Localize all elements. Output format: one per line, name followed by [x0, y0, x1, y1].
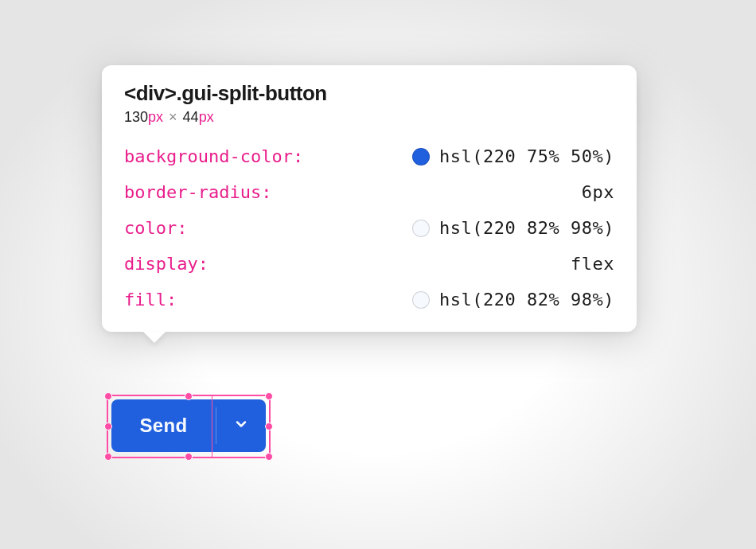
color-swatch-icon [412, 291, 430, 309]
css-property-row: border-radius: 6px [124, 179, 614, 205]
split-button-container: Send [111, 399, 266, 452]
css-property-name: border-radius [124, 179, 261, 205]
css-property-value: hsl(220 82% 98%) [439, 215, 614, 241]
css-property-row: fill: hsl(220 82% 98%) [124, 286, 614, 313]
css-property-row: background-color: hsl(220 75% 50%) [124, 143, 614, 169]
css-property-value: hsl(220 75% 50%) [439, 143, 614, 169]
css-property-value: hsl(220 82% 98%) [439, 286, 614, 313]
resize-handle-top-right[interactable] [265, 392, 273, 400]
css-property-name: fill [124, 286, 166, 313]
css-property-value: flex [571, 251, 614, 277]
resize-handle-middle-right[interactable] [265, 422, 273, 430]
selector-label: <div>.gui-split-button [124, 81, 614, 106]
send-button-label: Send [140, 415, 188, 437]
resize-handle-bottom-left[interactable] [104, 453, 112, 461]
gui-split-button: Send [111, 399, 266, 452]
color-swatch-icon [412, 148, 430, 165]
css-property-list: background-color: hsl(220 75% 50%) borde… [124, 143, 614, 313]
inspector-tooltip: <div>.gui-split-button 130px × 44px back… [102, 65, 637, 332]
css-property-name: display [124, 251, 198, 277]
color-swatch-icon [412, 220, 430, 237]
css-property-name: background-color [124, 143, 293, 169]
chevron-down-icon [233, 416, 249, 435]
dimension-separator: × [169, 109, 177, 125]
resize-handle-bottom-center[interactable] [185, 453, 193, 461]
height-value: 44 [183, 109, 199, 125]
css-property-value: 6px [582, 179, 614, 205]
height-unit: px [199, 109, 214, 125]
dropdown-toggle-button[interactable] [216, 399, 266, 452]
width-value: 130 [124, 109, 148, 125]
css-property-row: color: hsl(220 82% 98%) [124, 215, 614, 241]
css-property-name: color [124, 215, 177, 241]
resize-handle-bottom-right[interactable] [265, 453, 273, 461]
css-property-row: display: flex [124, 251, 614, 277]
send-button[interactable]: Send [111, 399, 216, 452]
width-unit: px [148, 109, 163, 125]
element-dimensions: 130px × 44px [124, 109, 614, 126]
